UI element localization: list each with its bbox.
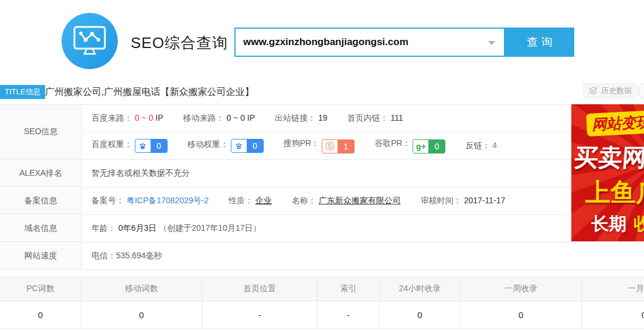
outbound-links-value: 19 — [318, 113, 328, 122]
table-row-alexa: ALEXA排名 暂无排名或相关数据不充分 — [0, 160, 644, 187]
row-label-domain: 域名信息 — [0, 215, 82, 242]
outbound-links: 出站链接： 19 — [275, 113, 327, 124]
mobile-weight-label: 移动权重： — [188, 139, 229, 149]
mobile-traffic-unit: IP — [247, 113, 255, 122]
backlinks-value[interactable]: 4 — [492, 141, 497, 150]
value-pc-words: 0 — [0, 301, 81, 328]
search-box — [234, 28, 505, 57]
header-24h-collect: 24小时收录 — [380, 277, 461, 301]
baidu-weight-value: 0 — [151, 139, 167, 152]
domain-age: 年龄： 0年6月3日 （创建于2017年10月17日） — [91, 223, 261, 234]
google-pr: 谷歌PR： g+ 0 — [374, 138, 445, 153]
table-row-domain: 域名信息 年龄： 0年6月3日 （创建于2017年10月17日） — [0, 215, 644, 243]
mobile-paw-icon: m — [231, 139, 247, 152]
header-pc-words: PC词数 — [0, 277, 81, 301]
ad-footer-white: 长期 — [591, 214, 626, 233]
stats-value-row: 0 0 - - 0 0 0 — [0, 301, 644, 328]
row-label-beian: 备案信息 — [0, 187, 82, 214]
baidu-traffic-unit: IP — [155, 113, 163, 122]
beian-number: 备案号： 粤ICP备17082029号-2 — [91, 196, 209, 206]
keyword-stats-table: PC词数 移动词数 首页位置 索引 24小时收录 一周收录 一月收录 0 0 -… — [0, 277, 644, 329]
sogou-pr-value: 1 — [338, 140, 354, 153]
baidu-paw-icon — [135, 139, 151, 152]
alexa-value: 暂无排名或相关数据不充分 — [91, 168, 190, 179]
domain-created-value: （创建于2017年10月17日） — [159, 223, 261, 233]
backlinks-label: 反链： — [465, 141, 490, 150]
baidu-traffic-value: 0 ~ 0 — [135, 113, 154, 122]
row-label-alexa: ALEXA排名 — [0, 160, 82, 187]
ad-footer-line: 长期收购 — [591, 212, 644, 236]
beian-nature-value[interactable]: 企业 — [255, 196, 272, 205]
stats-header-row: PC词数 移动词数 首页位置 索引 24小时收录 一周收录 一月收录 — [0, 277, 644, 301]
app-title: SEO综合查询 — [131, 33, 228, 53]
header-week-collect: 一周收录 — [461, 277, 582, 301]
history-data-button[interactable]: 历史数据 — [582, 83, 638, 99]
header-homepage-position: 首页位置 — [202, 277, 318, 301]
history-button-label: 历史数据 — [601, 86, 632, 96]
baidu-weight-badge[interactable]: 0 — [135, 139, 168, 153]
svg-text:m: m — [238, 146, 240, 149]
ad-banner[interactable]: 网站变现 买卖网站 上鱼爪 长期收购 — [571, 104, 644, 241]
layers-icon — [588, 86, 598, 95]
url-input[interactable] — [236, 29, 504, 56]
homepage-internal-links-label: 首页内链： — [347, 113, 389, 122]
seo-info-table: SEO信息 百度来路： 0 ~ 0 IP 移动来路： 0 ~ 0 IP 出站链接… — [0, 104, 644, 270]
row-label-speed: 网站速度 — [0, 243, 82, 269]
baidu-weight-label: 百度权重： — [91, 139, 132, 149]
header-index: 索引 — [318, 277, 380, 301]
table-row-speed: 网站速度 电信：535.694毫秒 — [0, 243, 644, 270]
row-label-seo-info: SEO信息 — [0, 105, 82, 159]
app-logo — [62, 13, 118, 69]
homepage-internal-links: 首页内链： 111 — [347, 113, 403, 124]
sogou-icon: Ⓢ — [325, 142, 335, 151]
value-index: - — [318, 301, 380, 328]
chart-monitor-icon — [73, 25, 107, 57]
beian-number-link[interactable]: 粤ICP备17082029号-2 — [127, 196, 209, 205]
beian-company: 名称： 广东新众搬家有限公司 — [292, 196, 401, 206]
mobile-weight-value: 0 — [247, 139, 263, 152]
query-button[interactable]: 查 询 — [505, 28, 574, 57]
backlinks: 反链： 4 — [465, 141, 497, 151]
seo-query-page: SEO综合查询 查 询 TITLE信息 广州搬家公司,广州搬屋电话【新众搬家公司… — [0, 0, 644, 331]
sogou-pr-badge[interactable]: Ⓢ 1 — [322, 139, 355, 153]
beian-audit-time: 审核时间： 2017-11-17 — [421, 196, 505, 206]
sogou-pr-label: 搜狗PR： — [284, 138, 319, 148]
table-row-seo-info: SEO信息 百度来路： 0 ~ 0 IP 移动来路： 0 ~ 0 IP 出站链接… — [0, 105, 644, 160]
value-homepage-position: - — [202, 301, 318, 328]
beian-company-value[interactable]: 广东新众搬家有限公司 — [319, 196, 401, 205]
beian-audit-value: 2017-11-17 — [464, 196, 506, 205]
ad-headline: 买卖网站 — [573, 142, 644, 174]
table-row-beian: 备案信息 备案号： 粤ICP备17082029号-2 性质： 企业 名称： 广东… — [0, 187, 644, 215]
beian-nature: 性质： 企业 — [229, 196, 272, 206]
value-month-collect: 0 — [582, 301, 644, 328]
google-pr-badge[interactable]: g+ 0 — [413, 139, 445, 153]
mobile-weight-badge[interactable]: m 0 — [231, 139, 264, 153]
google-pr-value: 0 — [428, 140, 445, 153]
beian-number-label: 备案号： — [91, 196, 124, 205]
value-24h-collect: 0 — [380, 301, 461, 328]
dropdown-arrow-icon[interactable] — [488, 41, 495, 45]
speed-value: 电信：535.694毫秒 — [91, 251, 162, 261]
baidu-weight: 百度权重： 0 — [91, 139, 168, 153]
ad-footer-yellow: 收购 — [633, 214, 644, 233]
mobile-traffic-label: 移动来路： — [183, 113, 224, 122]
baidu-traffic: 百度来路： 0 ~ 0 IP — [91, 113, 163, 124]
sogou-pr: 搜狗PR： Ⓢ 1 — [284, 138, 355, 153]
beian-audit-label: 审核时间： — [421, 196, 462, 205]
mobile-weight: 移动权重： m 0 — [188, 139, 264, 153]
value-week-collect: 0 — [461, 301, 582, 328]
value-mobile-words: 0 — [81, 301, 202, 328]
ad-badge-text: 网站变现 — [586, 110, 644, 137]
beian-company-label: 名称： — [292, 196, 316, 205]
homepage-internal-links-value: 111 — [390, 113, 403, 122]
beian-nature-label: 性质： — [229, 196, 253, 205]
mobile-traffic-value: 0 ~ 0 — [226, 113, 245, 122]
domain-age-label: 年龄： — [91, 223, 116, 233]
ad-brand: 上鱼爪 — [585, 176, 644, 210]
baidu-traffic-label: 百度来路： — [91, 113, 132, 122]
seo-traffic-row: 百度来路： 0 ~ 0 IP 移动来路： 0 ~ 0 IP 出站链接： 19 — [82, 105, 644, 132]
partial-circle-button[interactable] — [638, 83, 644, 99]
domain-age-value: 0年6月3日 — [118, 223, 156, 233]
google-plus-icon: g+ — [416, 142, 426, 151]
header-month-collect: 一月收录 — [582, 277, 644, 301]
